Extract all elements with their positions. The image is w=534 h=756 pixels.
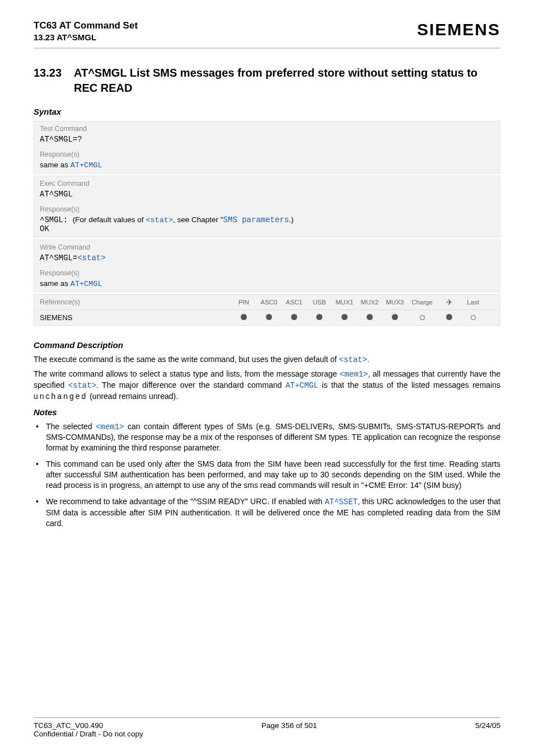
dot-airplane — [437, 313, 462, 322]
dot-pin — [231, 313, 256, 322]
link-stat-desc2[interactable]: <stat> — [68, 381, 96, 390]
link-stat-desc[interactable]: <stat> — [339, 355, 367, 364]
col-asc0: ASC0 — [256, 299, 282, 306]
command-desc-heading: Command Description — [34, 340, 500, 350]
section-title-text: AT^SMGL List SMS messages from preferred… — [74, 65, 500, 96]
link-at-cmgl[interactable]: AT+CMGL — [71, 161, 102, 170]
exec-resp: ^SMGL: (For default values of <stat>, se… — [34, 214, 500, 237]
dot-usb — [307, 313, 332, 322]
dot-filled-icon — [241, 314, 247, 320]
col-last: Last — [462, 299, 484, 306]
footer-center: Page 356 of 501 — [261, 721, 317, 730]
reference-header-row: Reference(s) PIN ASC0 ASC1 USB MUX1 MUX2… — [34, 294, 500, 310]
exec-ok: OK — [40, 224, 494, 233]
link-mem1-note[interactable]: <mem1> — [96, 422, 124, 431]
link-at-cmgl-3[interactable]: AT+CMGL — [285, 381, 318, 390]
notes-heading: Notes — [34, 407, 500, 417]
dot-filled-icon — [266, 314, 272, 320]
link-stat[interactable]: <stat> — [146, 216, 173, 224]
dot-charge — [407, 313, 437, 322]
dot-mux2 — [357, 313, 382, 322]
dot-mux1 — [332, 313, 357, 322]
desc-para-2: The write command allows to select a sta… — [34, 369, 500, 402]
write-cmd: AT^SMGL=<stat> — [34, 252, 500, 266]
notes-list: The selected <mem1> can contain differen… — [34, 421, 500, 529]
dot-filled-icon — [367, 314, 373, 320]
col-mux2: MUX2 — [357, 299, 382, 306]
desc-para-1: The execute command is the same as the w… — [34, 354, 500, 365]
reference-label: Reference(s) — [34, 295, 231, 309]
test-cmd: AT^SMGL=? — [34, 134, 500, 147]
dot-filled-icon — [446, 314, 452, 320]
link-mem1-desc[interactable]: <mem1> — [340, 370, 368, 379]
link-stat-write[interactable]: <stat> — [77, 253, 105, 262]
col-mux1: MUX1 — [332, 299, 357, 306]
dot-filled-icon — [341, 314, 348, 320]
write-resp-label: Response(s) — [34, 266, 500, 278]
col-usb: USB — [307, 299, 332, 306]
reference-value: SIEMENS — [34, 310, 231, 325]
exec-cmd: AT^SMGL — [34, 189, 500, 202]
footer-right: 5/24/05 — [475, 721, 500, 730]
dot-asc1 — [282, 313, 307, 322]
note-item-2: This command can be used only after the … — [34, 459, 500, 491]
note-item-3: We recommend to take advantage of the "^… — [34, 496, 500, 529]
footer-confidential: Confidential / Draft - Do not copy — [34, 730, 500, 738]
dot-mux3 — [382, 313, 407, 322]
col-mux3: MUX3 — [382, 299, 407, 306]
col-pin: PIN — [231, 299, 256, 306]
page-header: TC63 AT Command Set 13.23 AT^SMGL SIEMEN… — [34, 20, 500, 49]
exec-command-block: Exec Command AT^SMGL Response(s) ^SMGL: … — [34, 176, 500, 237]
syntax-heading: Syntax — [34, 107, 500, 116]
footer-left: TC63_ATC_V00.490 — [34, 721, 103, 730]
test-label: Test Command — [34, 121, 500, 134]
write-label: Write Command — [34, 240, 500, 252]
brand-logo: SIEMENS — [417, 20, 500, 39]
dot-open-icon — [420, 315, 425, 320]
col-asc1: ASC1 — [282, 299, 307, 306]
dot-filled-icon — [291, 314, 297, 320]
dot-last — [462, 313, 484, 322]
page-footer: TC63_ATC_V00.490 Page 356 of 501 5/24/05… — [34, 717, 500, 738]
dot-filled-icon — [316, 314, 322, 320]
airplane-icon: ✈ — [446, 298, 453, 307]
dot-filled-icon — [392, 314, 398, 320]
reference-value-row: SIEMENS — [34, 310, 500, 326]
test-resp-label: Response(s) — [34, 147, 500, 159]
section-heading: 13.23 AT^SMGL List SMS messages from pre… — [34, 65, 500, 96]
doc-title: TC63 AT Command Set — [34, 20, 138, 31]
test-command-block: Test Command AT^SMGL=? Response(s) same … — [34, 121, 500, 173]
link-sms-parameters[interactable]: SMS parameters — [223, 215, 289, 224]
dot-asc0 — [256, 313, 282, 322]
write-resp: same as AT+CMGL — [34, 278, 500, 292]
exec-label: Exec Command — [34, 176, 500, 189]
write-command-block: Write Command AT^SMGL=<stat> Response(s)… — [34, 240, 500, 292]
exec-resp-label: Response(s) — [34, 202, 500, 214]
note-item-1: The selected <mem1> can contain differen… — [34, 421, 500, 454]
test-resp: same as AT+CMGL — [34, 159, 500, 173]
col-airplane: ✈ — [437, 298, 462, 307]
doc-subtitle: 13.23 AT^SMGL — [34, 32, 138, 42]
dot-open-icon — [471, 315, 476, 320]
link-at-sset[interactable]: AT^SSET — [325, 497, 358, 506]
col-charge: Charge — [407, 299, 437, 306]
section-number: 13.23 — [34, 65, 74, 96]
link-at-cmgl-2[interactable]: AT+CMGL — [71, 280, 102, 288]
